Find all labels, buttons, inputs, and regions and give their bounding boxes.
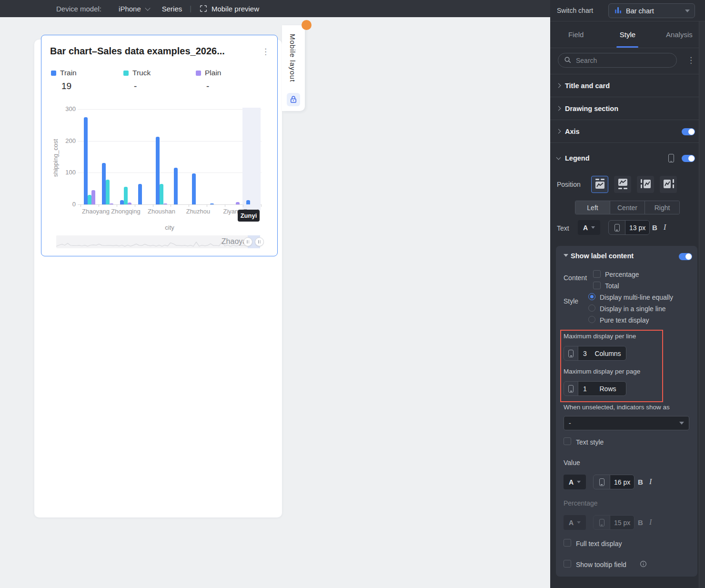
full-text-display-checkbox[interactable] [564, 539, 571, 547]
max-per-line-value[interactable]: 3 [578, 350, 592, 357]
bold-button[interactable]: B [652, 223, 657, 232]
bar-train-g6[interactable] [174, 168, 178, 204]
content-total-checkbox[interactable] [593, 282, 601, 289]
section-drawing-section[interactable]: Drawing section [550, 97, 705, 120]
unselected-indicators-dropdown[interactable]: - [564, 416, 689, 430]
bar-plain-g2[interactable] [110, 203, 113, 204]
x-tick-mark [189, 204, 189, 207]
text-style-checkbox[interactable] [564, 437, 571, 445]
bar-train-g4[interactable] [138, 184, 142, 204]
section-axis[interactable]: Axis [550, 120, 705, 143]
value-color-dropdown[interactable]: A [564, 475, 586, 489]
card-legend-item-train[interactable]: Train [51, 69, 77, 77]
collapse-triangle-icon[interactable] [564, 254, 568, 257]
value-size-control[interactable]: 16 px [593, 475, 634, 489]
show-label-content-toggle[interactable] [679, 253, 692, 260]
panel-scrollbar[interactable] [699, 21, 705, 588]
chart-type-dropdown[interactable]: Bar chart [608, 3, 695, 18]
section-title: Legend [565, 154, 590, 162]
phone-icon [609, 221, 625, 234]
bar-plain-g3[interactable] [128, 203, 131, 204]
alignment-left-button[interactable]: Left [575, 201, 610, 214]
tab-style[interactable]: Style [602, 21, 653, 48]
mobile-layout-tab[interactable]: Mobile layout [282, 25, 305, 111]
chart-card[interactable]: Bar chart–Sales data examples_2026... ⋮ … [41, 35, 278, 256]
bar-plain-g1[interactable] [91, 190, 95, 204]
device-model-select[interactable]: iPhone [119, 5, 141, 13]
lock-icon[interactable] [287, 93, 300, 106]
italic-button[interactable]: I [649, 477, 652, 486]
bar-truck-g5[interactable] [160, 184, 163, 204]
style-radio-pure-text-display[interactable] [588, 316, 595, 323]
x-tick-label-zhongqing: Zhongqing [106, 208, 146, 215]
section-toggle-legend[interactable] [682, 155, 695, 162]
alignment-right-button[interactable]: Right [645, 201, 679, 214]
card-menu-icon[interactable]: ⋮ [262, 47, 270, 57]
bar-truck-g1[interactable] [88, 195, 91, 204]
chevron-down-icon[interactable] [556, 155, 561, 160]
panel-menu-icon[interactable]: ⋮ [687, 56, 695, 64]
bold-button[interactable]: B [638, 478, 643, 486]
legend-position-top-button[interactable] [591, 176, 608, 193]
legend-position-left-button[interactable] [637, 176, 654, 193]
style-option-label: Pure text display [600, 316, 649, 324]
max-per-line-control[interactable]: 3 Columns [564, 346, 626, 361]
section-toggle-axis[interactable] [682, 128, 695, 135]
chevron-right-icon[interactable] [556, 129, 561, 134]
style-settings-panel: Switch chart Bar chart FieldStyleAnalysi… [550, 0, 705, 588]
chevron-down-icon[interactable] [145, 5, 150, 10]
content-percentage-checkbox[interactable] [593, 270, 601, 278]
bar-train-g3[interactable] [120, 200, 124, 204]
bar-train-g2[interactable] [102, 163, 106, 204]
chevron-right-icon[interactable] [556, 83, 561, 88]
section-title: Drawing section [565, 105, 618, 112]
legend-position-right-icon [663, 178, 675, 191]
text-size-value[interactable]: 13 px [625, 221, 649, 234]
bar-train-g10[interactable] [246, 200, 250, 204]
bar-train-g5[interactable] [156, 137, 160, 204]
bar-train-g8[interactable] [210, 203, 214, 204]
legend-position-top-icon [594, 178, 606, 191]
bar-plain-g9[interactable] [236, 202, 240, 204]
text-size-control[interactable]: 13 px [608, 220, 650, 235]
style-radio-display-multi-line-equally[interactable] [588, 293, 595, 300]
orange-indicator-dot [302, 20, 312, 30]
search-box[interactable] [558, 53, 677, 68]
tab-field[interactable]: Field [550, 21, 602, 48]
style-radio-display-in-a-single-line[interactable] [588, 304, 595, 312]
card-legend-item-truck[interactable]: Truck [123, 69, 151, 77]
bar-train-g7[interactable] [192, 173, 196, 204]
legend-position-right-button[interactable] [660, 176, 677, 193]
italic-button[interactable]: I [664, 223, 666, 232]
y-tick-label-0: 0 [56, 201, 76, 208]
bar-truck-g2[interactable] [106, 180, 110, 204]
max-per-page-value[interactable]: 1 [578, 385, 592, 393]
section-legend[interactable]: Legend [550, 145, 705, 172]
mobile-preview-button[interactable]: Mobile preview [212, 5, 259, 13]
tab-analysis[interactable]: Analysis [654, 21, 705, 48]
x-tick-mark [261, 204, 262, 207]
mobile-preview-icon[interactable] [199, 4, 208, 13]
series-button[interactable]: Series [162, 5, 182, 13]
text-color-dropdown[interactable]: A [578, 220, 600, 235]
alignment-center-button[interactable]: Center [610, 201, 645, 214]
datazoom-handle[interactable] [255, 237, 264, 246]
section-title-and-card[interactable]: Title and card [550, 74, 705, 97]
datazoom-scrollbar[interactable]: Zhaoyang [56, 235, 260, 248]
value-size-value[interactable]: 16 px [610, 475, 634, 489]
legend-position-bottom-button[interactable] [614, 176, 631, 193]
card-legend-item-plain[interactable]: Plain [196, 69, 221, 77]
search-input[interactable] [575, 56, 661, 65]
chevron-right-icon[interactable] [556, 106, 561, 111]
bar-train-g1[interactable] [84, 117, 88, 204]
max-per-page-control[interactable]: 1 Rows [564, 381, 626, 396]
font-color-icon: A [583, 224, 588, 232]
datazoom-handle[interactable] [243, 237, 252, 246]
hover-highlight-band [242, 108, 261, 213]
bar-plain-g5[interactable] [163, 203, 167, 204]
y-tick-label-200: 200 [56, 137, 76, 144]
legend-series-name: Truck [132, 69, 151, 77]
bar-truck-g3[interactable] [124, 187, 128, 204]
chart-type-value: Bar chart [626, 7, 685, 15]
show-tooltip-field-checkbox[interactable] [564, 560, 571, 568]
